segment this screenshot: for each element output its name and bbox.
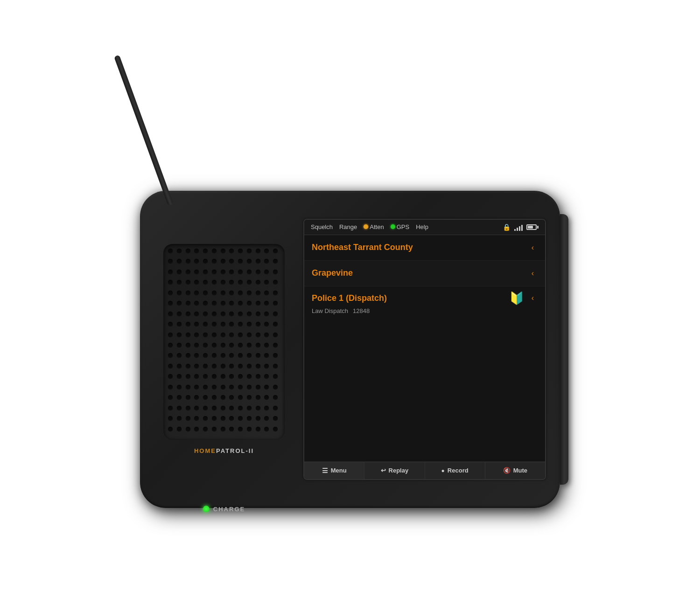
record-label: Record (448, 467, 469, 474)
speaker-dot (212, 270, 217, 274)
speaker-dot (256, 259, 260, 264)
speaker-dot (221, 259, 225, 264)
speaker-dot (247, 385, 252, 389)
speaker-dot (273, 291, 278, 295)
speaker-dot (229, 385, 234, 389)
speaker-dot (256, 416, 260, 421)
speaker-section: HOMEPATROL-II CHARGE (159, 214, 289, 485)
speaker-dot (264, 312, 269, 316)
speaker-dot (168, 333, 173, 337)
row3-arrow[interactable]: ‹ (528, 292, 538, 304)
speaker-dot (186, 312, 190, 316)
speaker-dot (194, 374, 199, 379)
speaker-dot (194, 270, 199, 274)
speaker-dot (203, 406, 208, 410)
toolbar: ☰ Menu ↩ Replay ● Record 🔇 Mute (304, 462, 545, 479)
battery-fill (528, 226, 533, 229)
speaker-dot (247, 322, 252, 327)
antenna (114, 55, 174, 206)
speaker-dot (186, 280, 190, 285)
help-button[interactable]: Help (416, 223, 428, 230)
speaker-dot (212, 249, 217, 253)
atten-indicator: Atten (364, 223, 384, 230)
speaker-dot (203, 270, 208, 274)
speaker-dot (238, 353, 243, 358)
speaker-dot (229, 280, 234, 285)
speaker-dot (203, 427, 208, 431)
row-police-dispatch[interactable]: Police 1 (Dispatch) 🔰 ‹ Law Dispatch 128… (304, 286, 545, 462)
speaker-dot (273, 353, 278, 358)
speaker-dot (177, 364, 182, 369)
speaker-dot (238, 291, 243, 295)
channel-row-icons: 🔰 ‹ (509, 291, 538, 306)
speaker-dot (229, 416, 234, 421)
speaker-dot (194, 312, 199, 316)
speaker-dot (203, 374, 208, 379)
speaker-dot (264, 343, 269, 348)
speaker-dot (186, 322, 190, 327)
record-button[interactable]: ● Record (425, 462, 485, 479)
speaker-dot (203, 333, 208, 337)
speaker-dot (177, 249, 182, 253)
speaker-dot (256, 343, 260, 348)
speaker-dot (212, 353, 217, 358)
charge-indicator: CHARGE (203, 506, 245, 513)
speaker-dot (256, 312, 260, 316)
speaker-dot (194, 395, 199, 400)
speaker-dot (238, 406, 243, 410)
speaker-dot (177, 333, 182, 337)
speaker-dot (229, 364, 234, 369)
speaker-dot (177, 374, 182, 379)
speaker-dot (221, 395, 225, 400)
speaker-dot (212, 416, 217, 421)
speaker-dot (186, 374, 190, 379)
speaker-dot (203, 312, 208, 316)
speaker-dot (229, 322, 234, 327)
speaker-dot (256, 270, 260, 274)
speaker-dot (264, 416, 269, 421)
scene: HOMEPATROL-II CHARGE Squelch Range Atten… (93, 46, 607, 559)
menu-button[interactable]: ☰ Menu (304, 462, 364, 479)
speaker-dot (177, 259, 182, 264)
row-northeast-tarrant[interactable]: Northeast Tarrant County ‹ (304, 235, 545, 261)
speaker-dot (273, 427, 278, 431)
speaker-dot (256, 427, 260, 431)
speaker-dot (194, 364, 199, 369)
channel-type: Law Dispatch (312, 307, 348, 314)
speaker-dot (273, 333, 278, 337)
speaker-dot (168, 270, 173, 274)
mute-button[interactable]: 🔇 Mute (485, 462, 545, 479)
squelch-button[interactable]: Squelch (311, 223, 333, 230)
speaker-dot (177, 395, 182, 400)
speaker-dot (229, 427, 234, 431)
speaker-dot (256, 364, 260, 369)
row2-arrow[interactable]: ‹ (528, 267, 538, 279)
replay-icon: ↩ (381, 467, 386, 474)
speaker-dot (221, 270, 225, 274)
speaker-grille (163, 244, 285, 440)
speaker-dot (194, 291, 199, 295)
screen: Squelch Range Atten GPS Help 🔒 (303, 219, 546, 480)
speaker-dot (264, 427, 269, 431)
speaker-dot (177, 385, 182, 389)
charge-label: CHARGE (213, 506, 245, 513)
speaker-dot (264, 322, 269, 327)
replay-button[interactable]: ↩ Replay (364, 462, 425, 479)
speaker-dot (194, 249, 199, 253)
speaker-dot (212, 364, 217, 369)
speaker-dot (264, 385, 269, 389)
signal-bars (514, 223, 523, 231)
speaker-dot (238, 301, 243, 306)
speaker-dot (229, 374, 234, 379)
range-button[interactable]: Range (339, 223, 357, 230)
row-grapevine[interactable]: Grapevine ‹ (304, 261, 545, 286)
speaker-dot (264, 270, 269, 274)
speaker-dot (168, 312, 173, 316)
speaker-dot (221, 301, 225, 306)
speaker-dot (186, 270, 190, 274)
status-bar: Squelch Range Atten GPS Help 🔒 (304, 220, 545, 235)
speaker-dot (194, 322, 199, 327)
row1-arrow[interactable]: ‹ (528, 242, 538, 254)
speaker-dot (212, 406, 217, 410)
speaker-dot (247, 249, 252, 253)
